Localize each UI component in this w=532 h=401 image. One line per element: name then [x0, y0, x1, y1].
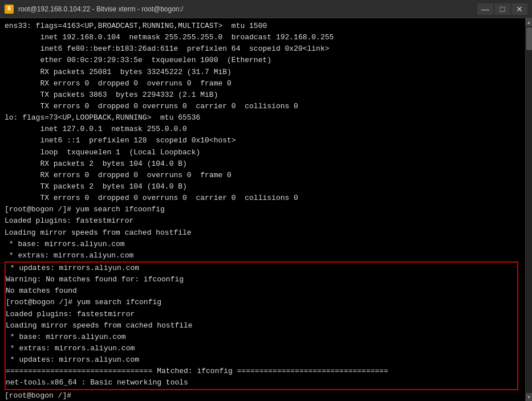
terminal-line: RX packets 25081 bytes 33245222 (31.7 Mi…	[5, 67, 521, 78]
highlight-line: net-tools.x86_64 : Basic networking tool…	[6, 377, 517, 388]
close-button[interactable]: ✕	[511, 3, 527, 15]
terminal-line: RX errors 0 dropped 0 overruns 0 frame 0	[5, 170, 521, 181]
scrollbar[interactable]: ▲ ▼	[525, 18, 532, 401]
terminal-line: loop txqueuelen 1 (Local Loopback)	[5, 147, 521, 158]
highlight-line: * updates: mirrors.aliyun.com	[6, 263, 517, 274]
terminal-prompt: [root@bogon /]#	[5, 390, 521, 402]
highlight-line: * base: mirrors.aliyun.com	[6, 332, 517, 343]
highlight-line: Warning: No matches found for: ifcoonfig	[6, 274, 517, 285]
terminal-line: TX errors 0 dropped 0 overruns 0 carrier…	[5, 101, 521, 112]
highlight-line: * updates: mirrors.aliyun.com	[6, 354, 517, 366]
terminal-output: ens33: flags=4163<UP,BROADCAST,RUNNING,M…	[5, 21, 521, 401]
terminal-line: Loading mirror speeds from cached hostfi…	[5, 227, 521, 239]
terminal-line: * extras: mirrors.aliyun.com	[5, 250, 521, 261]
terminal-content[interactable]: ens33: flags=4163<UP,BROADCAST,RUNNING,M…	[0, 18, 525, 401]
terminal-line: TX packets 3863 bytes 2294332 (2.1 MiB)	[5, 89, 521, 101]
window-title: root@192.168.0.104:22 - Bitvise xterm - …	[18, 5, 183, 13]
title-bar-left: B root@192.168.0.104:22 - Bitvise xterm …	[5, 5, 183, 14]
terminal-line: Loaded plugins: fastestmirror	[5, 215, 521, 227]
terminal-line: ether 00:0c:29:29:33:5e txqueuelen 1000 …	[5, 55, 521, 66]
highlight-line: Loading mirror speeds from cached hostfi…	[6, 320, 517, 332]
terminal-line: lo: flags=73<UP,LOOPBACK,RUNNING> mtu 65…	[5, 112, 521, 124]
scroll-thumb[interactable]	[526, 27, 532, 50]
highlight-line: Loaded plugins: fastestmirror	[6, 309, 517, 320]
maximize-button[interactable]: □	[494, 3, 510, 15]
terminal-line: TX errors 0 dropped 0 overruns 0 carrier…	[5, 193, 521, 204]
matched-separator: ================================= Matche…	[6, 366, 517, 377]
highlight-line: * extras: mirrors.aliyun.com	[6, 343, 517, 354]
terminal-line: [root@bogon /]# yum search ifcoonfig	[5, 204, 521, 215]
highlight-region: * updates: mirrors.aliyun.com Warning: N…	[5, 261, 518, 390]
terminal-line: inet 192.168.0.104 netmask 255.255.255.0…	[5, 32, 521, 43]
app-icon: B	[5, 5, 14, 14]
highlight-line: No matches found	[6, 285, 517, 297]
terminal-line: TX packets 2 bytes 104 (104.0 B)	[5, 181, 521, 193]
minimize-button[interactable]: —	[477, 3, 493, 15]
scroll-up-button[interactable]: ▲	[526, 18, 533, 26]
terminal-line: RX packets 2 bytes 104 (104.0 B)	[5, 158, 521, 170]
terminal-line: inet 127.0.0.1 netmask 255.0.0.0	[5, 124, 521, 135]
window-controls: — □ ✕	[477, 3, 527, 15]
terminal-line: * base: mirrors.aliyun.com	[5, 239, 521, 250]
highlight-line: [root@bogon /]# yum search ifconfig	[6, 297, 517, 308]
title-bar: B root@192.168.0.104:22 - Bitvise xterm …	[0, 0, 532, 18]
scroll-down-button[interactable]: ▼	[526, 393, 533, 401]
terminal-line: ens33: flags=4163<UP,BROADCAST,RUNNING,M…	[5, 21, 521, 32]
terminal-wrapper: ens33: flags=4163<UP,BROADCAST,RUNNING,M…	[0, 18, 532, 401]
terminal-line: inet6 fe80::beef:b183:26ad:611e prefixle…	[5, 43, 521, 55]
scroll-track[interactable]	[526, 26, 533, 393]
terminal-line: inet6 ::1 prefixlen 128 scopeid 0x10<hos…	[5, 135, 521, 146]
terminal-line: RX errors 0 dropped 0 overruns 0 frame 0	[5, 78, 521, 89]
